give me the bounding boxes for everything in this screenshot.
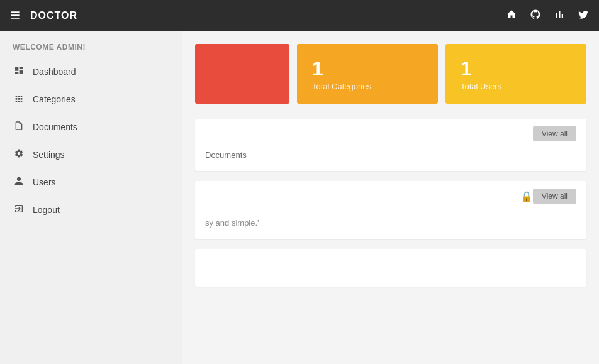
welcome-message: WELCOME ADMIN!: [0, 31, 182, 58]
documents-section-header: View all: [205, 126, 576, 141]
main-content: 1 Total Categories 1 Total Users View al…: [182, 31, 599, 364]
stat-cards-row: 1 Total Categories 1 Total Users: [195, 44, 586, 104]
sidebar-item-documents[interactable]: Documents: [0, 113, 182, 141]
stat-card-categories: 1 Total Categories: [297, 44, 438, 104]
users-count: 1: [461, 57, 571, 80]
sidebar-label-logout: Logout: [33, 205, 60, 215]
dashboard-icon: [13, 65, 25, 78]
categories-label: Total Categories: [312, 82, 423, 91]
recent-view-all-button[interactable]: View all: [533, 189, 576, 204]
section-quote-text: sy and simple.': [205, 214, 576, 231]
sidebar-label-dashboard: Dashboard: [33, 67, 76, 77]
sidebar-item-dashboard[interactable]: Dashboard: [0, 58, 182, 85]
stat-card-users: 1 Total Users: [445, 44, 586, 104]
main-layout: WELCOME ADMIN! Dashboard Categories Docu…: [0, 31, 599, 364]
topnav-icons-group: [506, 9, 589, 23]
sidebar-label-users: Users: [33, 177, 56, 187]
sidebar-item-settings[interactable]: Settings: [0, 141, 182, 168]
sidebar: WELCOME ADMIN! Dashboard Categories Docu…: [0, 31, 182, 364]
sidebar-item-categories[interactable]: Categories: [0, 85, 182, 113]
lock-icon[interactable]: 🔒: [520, 190, 533, 202]
home-icon[interactable]: [506, 9, 517, 23]
documents-view-all-button[interactable]: View all: [533, 126, 576, 141]
recent-section: 🔒 View all sy and simple.': [195, 181, 586, 239]
section-divider: [205, 209, 576, 209]
bottom-section: [195, 249, 586, 287]
documents-icon: [13, 121, 25, 133]
top-navigation: ☰ DOCTOR: [0, 0, 599, 31]
sidebar-item-logout[interactable]: Logout: [0, 196, 182, 224]
stat-card-unknown: [195, 44, 289, 104]
hamburger-menu-button[interactable]: ☰: [10, 9, 20, 23]
bar-chart-icon[interactable]: [554, 9, 565, 23]
sidebar-label-categories: Categories: [33, 94, 76, 104]
app-title: DOCTOR: [30, 10, 506, 21]
logout-icon: [13, 204, 25, 216]
settings-icon: [13, 148, 25, 161]
documents-section-content: Documents: [205, 146, 576, 163]
sidebar-label-settings: Settings: [33, 150, 65, 160]
users-label: Total Users: [461, 82, 571, 91]
categories-count: 1: [312, 57, 423, 80]
categories-icon: [13, 93, 25, 106]
sidebar-item-users[interactable]: Users: [0, 168, 182, 196]
users-icon: [13, 176, 25, 189]
recent-section-header: 🔒 View all: [205, 189, 576, 204]
sidebar-label-documents: Documents: [33, 122, 77, 132]
github-icon[interactable]: [530, 9, 541, 23]
twitter-icon[interactable]: [578, 9, 589, 23]
documents-section: View all Documents: [195, 119, 586, 171]
documents-label: Documents: [205, 150, 247, 160]
